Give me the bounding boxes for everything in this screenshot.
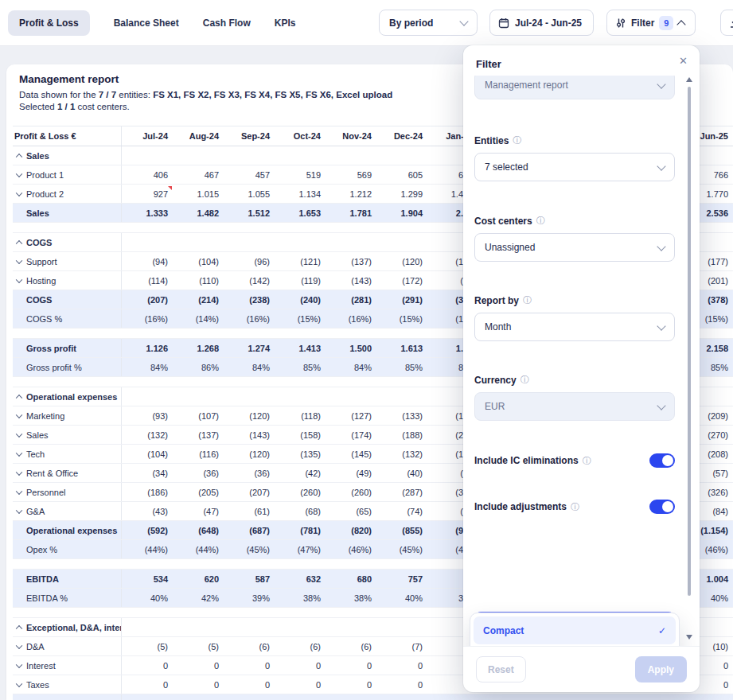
collapse-chevron-icon[interactable]	[16, 239, 22, 246]
value-cell	[529, 694, 580, 700]
column-header: Aug-24	[173, 126, 224, 146]
collapse-chevron-icon[interactable]	[16, 624, 22, 631]
value-cell: (133)	[376, 406, 427, 425]
expand-chevron-icon[interactable]	[16, 642, 22, 648]
row-label: Opex %	[26, 545, 57, 554]
download-button[interactable]	[720, 10, 733, 36]
info-icon[interactable]: ⓘ	[513, 134, 521, 146]
value-cell: (45%)	[224, 540, 275, 558]
value-cell: (648)	[173, 521, 224, 539]
value-cell: 927	[122, 185, 173, 203]
filter-panel-body: Management report Entities ⓘ 7 selected …	[463, 76, 700, 646]
expand-chevron-icon[interactable]	[16, 680, 22, 686]
value-cell: (119)	[275, 271, 326, 290]
expand-chevron-icon[interactable]	[16, 257, 22, 263]
row-label: Operational expenses	[26, 526, 117, 535]
value-cell	[173, 146, 224, 165]
expand-chevron-icon[interactable]	[16, 170, 22, 177]
expand-chevron-icon[interactable]	[16, 661, 22, 667]
expand-chevron-icon[interactable]	[16, 430, 22, 437]
row-label: Hosting	[26, 276, 56, 286]
chevron-down-icon	[657, 401, 665, 410]
tab-profit-loss[interactable]: Profit & Loss	[8, 10, 90, 36]
column-header: Jul-24	[122, 126, 173, 146]
panel-scrollbar	[686, 77, 692, 646]
column-header: Sep-24	[224, 126, 275, 146]
info-icon[interactable]: ⓘ	[583, 455, 591, 467]
period-select[interactable]: By period	[379, 10, 478, 36]
scroll-up-arrow-icon[interactable]	[686, 77, 692, 82]
cost-centers-select[interactable]: Unassigned	[474, 233, 675, 262]
value-cell: (10)	[682, 694, 733, 700]
tab-balance-sheet[interactable]: Balance Sheet	[114, 18, 179, 29]
expand-chevron-icon[interactable]	[16, 189, 22, 196]
value-cell: 620	[173, 570, 224, 588]
adjustments-toggle[interactable]	[649, 500, 675, 514]
expand-chevron-icon[interactable]	[16, 488, 22, 494]
row-label: Product 2	[26, 189, 64, 199]
row-label: COGS	[26, 238, 52, 247]
value-cell: (142)	[224, 271, 275, 290]
adjustments-label: Include adjustments ⓘ	[474, 501, 579, 513]
currency-value: EUR	[485, 401, 505, 412]
currency-select[interactable]: EUR	[474, 392, 675, 421]
reset-button[interactable]: Reset	[476, 656, 526, 682]
row-label-cell: EBITDA	[13, 570, 122, 588]
collapse-chevron-icon[interactable]	[16, 394, 22, 400]
close-icon[interactable]: ✕	[679, 55, 688, 67]
row-label: G&A	[26, 507, 45, 516]
value-cell: (281)	[326, 290, 376, 309]
report-by-select[interactable]: Month	[474, 313, 675, 341]
value-cell: (5)	[173, 694, 224, 700]
value-cell: (118)	[275, 406, 326, 425]
value-cell: 1.134	[275, 185, 326, 203]
value-cell: (15%)	[275, 309, 326, 328]
row-label-cell: Operational expenses	[13, 387, 122, 406]
scroll-down-arrow-icon[interactable]	[686, 635, 692, 640]
tab-kpis[interactable]: KPIs	[275, 18, 296, 29]
value-cell	[173, 618, 224, 636]
info-icon[interactable]: ⓘ	[536, 215, 545, 227]
value-cell: 1.274	[224, 339, 275, 357]
report-type-value: Management report	[485, 80, 568, 91]
value-cell: (240)	[275, 290, 326, 309]
filter-button[interactable]: Filter 9	[606, 10, 696, 36]
row-label: Product 1	[26, 170, 64, 180]
value-cell: 1.268	[173, 339, 224, 357]
menu-item-compact[interactable]: Compact ✓	[474, 616, 676, 644]
ic-eliminations-toggle[interactable]	[649, 453, 675, 468]
value-cell: (14%)	[173, 309, 224, 328]
info-icon[interactable]: ⓘ	[521, 374, 529, 386]
report-tabs: Profit & Loss Balance Sheet Cash Flow KP…	[8, 10, 295, 36]
report-type-select[interactable]: Management report	[474, 76, 675, 99]
row-label-cell: Gross profit	[13, 339, 122, 357]
menu-item-default[interactable]: Default	[474, 644, 676, 646]
value-cell: (116)	[173, 445, 224, 463]
collapse-chevron-icon[interactable]	[16, 153, 22, 159]
column-header: Oct-24	[275, 126, 326, 146]
entities-count: 7 / 7	[99, 90, 116, 99]
scrollbar-thumb[interactable]	[688, 87, 691, 596]
info-icon[interactable]: ⓘ	[523, 294, 532, 306]
expand-chevron-icon[interactable]	[16, 276, 22, 282]
apply-button[interactable]: Apply	[635, 656, 687, 682]
toggle-knob	[662, 455, 673, 466]
tab-cash-flow[interactable]: Cash Flow	[203, 18, 251, 29]
expand-chevron-icon[interactable]	[16, 411, 22, 418]
filter-panel-header: Filter ✕	[463, 45, 700, 78]
value-cell	[376, 387, 427, 406]
value-cell	[122, 146, 173, 165]
expand-chevron-icon[interactable]	[16, 469, 22, 475]
value-cell	[631, 694, 682, 700]
entities-select[interactable]: 7 selected	[474, 153, 675, 181]
value-cell: (36)	[173, 464, 224, 482]
value-cell: (40)	[376, 464, 427, 482]
expand-chevron-icon[interactable]	[16, 449, 22, 456]
value-cell	[122, 387, 173, 406]
value-cell: 0	[326, 656, 376, 675]
expand-chevron-icon[interactable]	[16, 507, 22, 513]
row-label: COGS %	[26, 314, 62, 324]
date-range-button[interactable]: Jul-24 - Jun-25	[489, 10, 594, 36]
info-icon[interactable]: ⓘ	[571, 501, 579, 513]
label-text: Currency	[474, 375, 517, 386]
